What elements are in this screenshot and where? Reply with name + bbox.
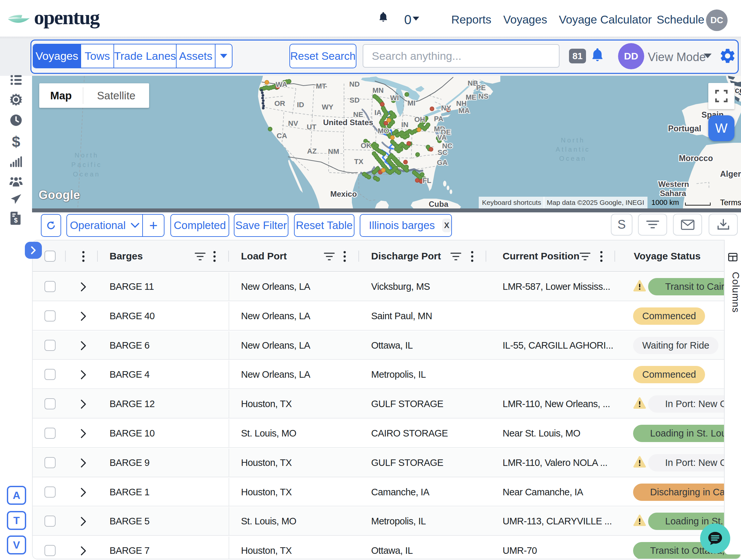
svg-text:VA: VA bbox=[437, 133, 447, 142]
svg-text:GA: GA bbox=[437, 158, 448, 167]
svg-text:North: North bbox=[75, 152, 99, 159]
svg-text:Pacific: Pacific bbox=[71, 161, 102, 168]
svg-text:Morocco: Morocco bbox=[679, 154, 713, 163]
svg-text:IN: IN bbox=[401, 121, 408, 129]
svg-text:MA: MA bbox=[459, 106, 470, 115]
svg-text:SD: SD bbox=[350, 96, 360, 104]
svg-text:NV: NV bbox=[288, 119, 298, 128]
svg-text:IA: IA bbox=[375, 108, 382, 116]
svg-text:AZ: AZ bbox=[307, 147, 317, 155]
svg-text:Cuba: Cuba bbox=[429, 199, 449, 209]
svg-text:CA: CA bbox=[277, 132, 287, 140]
svg-text:MO: MO bbox=[378, 127, 389, 135]
svg-text:ND: ND bbox=[349, 80, 360, 88]
svg-text:North: North bbox=[561, 137, 585, 144]
svg-text:OR: OR bbox=[274, 99, 285, 107]
svg-text:Algeria: Algeria bbox=[720, 169, 741, 178]
svg-text:PE: PE bbox=[476, 84, 486, 92]
svg-text:NE: NE bbox=[353, 110, 363, 118]
svg-text:MN: MN bbox=[373, 86, 384, 94]
svg-text:WY: WY bbox=[322, 103, 334, 111]
svg-text:ME: ME bbox=[466, 93, 476, 101]
svg-text:NM: NM bbox=[328, 147, 339, 156]
svg-text:ce: ce bbox=[735, 86, 741, 95]
svg-text:WI: WI bbox=[390, 94, 399, 102]
svg-text:WA: WA bbox=[276, 80, 287, 89]
svg-text:NY: NY bbox=[441, 104, 451, 112]
svg-text:United States: United States bbox=[323, 118, 373, 127]
svg-text:OH: OH bbox=[414, 115, 425, 124]
svg-text:UT: UT bbox=[307, 123, 317, 131]
svg-text:Sahara: Sahara bbox=[660, 189, 686, 198]
svg-text:Ocean: Ocean bbox=[73, 171, 100, 178]
svg-text:Portugal: Portugal bbox=[668, 124, 701, 133]
svg-text:$: $ bbox=[14, 217, 18, 224]
svg-text:OK: OK bbox=[361, 142, 372, 150]
svg-text:NS: NS bbox=[478, 92, 488, 100]
svg-text:Western: Western bbox=[658, 180, 689, 188]
svg-text:FL: FL bbox=[422, 176, 431, 184]
svg-text:Atlantic: Atlantic bbox=[556, 146, 590, 153]
svg-text:MI: MI bbox=[407, 99, 415, 107]
svg-text:TX: TX bbox=[354, 157, 363, 166]
svg-text:Ocean: Ocean bbox=[559, 155, 587, 162]
svg-text:SC: SC bbox=[437, 148, 448, 157]
svg-text:ID: ID bbox=[297, 101, 304, 109]
svg-text:PA: PA bbox=[434, 115, 444, 123]
svg-text:Mexico: Mexico bbox=[330, 189, 357, 198]
svg-text:MT: MT bbox=[316, 82, 326, 90]
